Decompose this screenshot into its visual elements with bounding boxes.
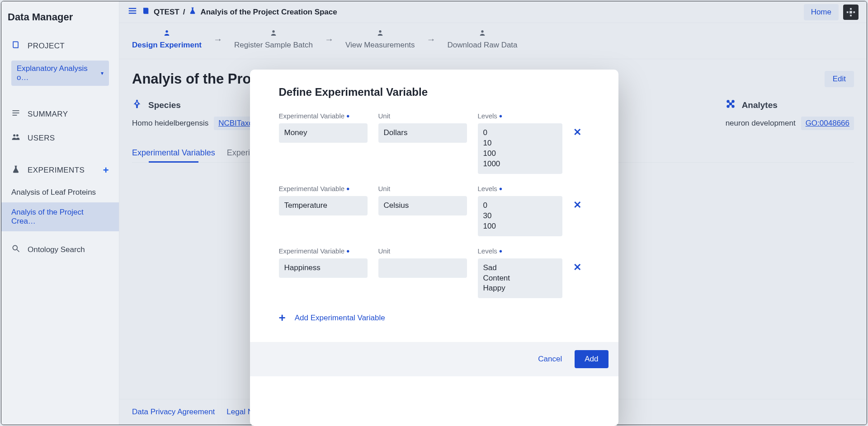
variable-levels-input[interactable]: 0 10 100 1000 — [478, 123, 562, 174]
svg-rect-12 — [854, 11, 855, 13]
unit-label: Unit — [378, 185, 467, 192]
wizard-steps: Design Experiment → Register Sample Batc… — [119, 23, 867, 59]
variable-unit-input[interactable] — [378, 196, 467, 215]
person-walk-icon — [132, 99, 142, 111]
variable-unit-input[interactable] — [378, 123, 467, 143]
breadcrumb-experiment[interactable]: Analyis of the Project Creation Space — [200, 8, 337, 17]
variable-label: Experimental Variable • — [279, 247, 368, 255]
svg-rect-0 — [13, 110, 19, 111]
add-experiment-button[interactable]: + — [103, 164, 109, 176]
svg-point-18 — [481, 30, 483, 33]
unit-label: Unit — [378, 247, 467, 255]
variable-name-input[interactable] — [279, 196, 368, 215]
svg-rect-8 — [129, 10, 137, 11]
chevron-down-icon: ▾ — [101, 70, 104, 76]
nav-users-label: USERS — [28, 134, 55, 143]
plus-icon: + — [279, 311, 286, 325]
analytes-icon — [726, 99, 736, 111]
experiment-item-1[interactable]: Analyis of the Project Crea… — [1, 202, 119, 231]
variable-label: Experimental Variable • — [279, 185, 368, 192]
wizard-step-design[interactable]: Design Experiment — [132, 29, 202, 50]
wizard-step-label: Download Raw Data — [448, 41, 518, 50]
wizard-step-label: View Measurements — [345, 41, 415, 50]
experiment-item-label: Analysis of Leaf Proteins — [11, 188, 96, 197]
wizard-step-register[interactable]: Register Sample Batch — [234, 29, 313, 50]
flask-icon — [11, 165, 21, 176]
levels-label: Levels • — [478, 112, 562, 120]
menu-toggle-icon[interactable] — [127, 6, 137, 18]
variable-name-input[interactable] — [279, 258, 368, 278]
variable-row-1: Experimental Variable • Unit Levels • 0 … — [279, 185, 590, 236]
nav-ontology-search[interactable]: Ontology Search — [1, 239, 119, 261]
footer-link-privacy[interactable]: Data Privacy Agreement — [132, 407, 215, 417]
species-heading: Species — [148, 100, 181, 110]
svg-rect-9 — [129, 13, 137, 14]
nav-project[interactable]: PROJECT — [1, 34, 119, 58]
arrow-right-icon: → — [210, 34, 226, 45]
project-selector[interactable]: Explanatory Analysis o… ▾ — [11, 61, 109, 86]
variable-levels-input[interactable]: Sad Content Happy — [478, 258, 562, 299]
arrow-right-icon: → — [321, 34, 337, 45]
variable-unit-input[interactable] — [378, 258, 467, 278]
species-value: Homo heidelbergensis — [132, 119, 208, 128]
arrow-right-icon: → — [423, 34, 439, 45]
svg-point-3 — [13, 134, 15, 136]
breadcrumb-project[interactable]: QTEST — [154, 8, 179, 17]
svg-line-25 — [729, 102, 730, 103]
remove-variable-button[interactable]: ✕ — [573, 199, 590, 211]
search-icon — [11, 244, 21, 255]
svg-point-4 — [16, 134, 19, 136]
summary-icon — [11, 108, 21, 120]
nav-users[interactable]: USERS — [1, 126, 119, 150]
wizard-step-view[interactable]: View Measurements — [345, 29, 415, 50]
analytes-heading: Analytes — [742, 100, 778, 110]
person-icon — [270, 29, 277, 39]
variable-row-2: Experimental Variable • Unit Levels • Sa… — [279, 247, 590, 299]
nav-project-label: PROJECT — [28, 42, 65, 51]
analytes-block: Analytes neuron development GO:0048666 — [726, 99, 854, 130]
svg-point-5 — [13, 245, 17, 250]
svg-rect-7 — [129, 8, 137, 9]
nav-summary[interactable]: SUMMARY — [1, 102, 119, 126]
wizard-step-label: Design Experiment — [132, 41, 202, 50]
app-title: Data Manager — [1, 1, 119, 32]
person-icon — [163, 29, 170, 39]
close-icon: ✕ — [573, 199, 581, 211]
add-button[interactable]: Add — [575, 350, 608, 368]
modal-title: Define Experimental Variable — [279, 86, 590, 98]
remove-variable-button[interactable]: ✕ — [573, 262, 590, 273]
edit-button[interactable]: Edit — [825, 71, 854, 87]
close-icon: ✕ — [573, 262, 581, 273]
svg-point-15 — [165, 30, 168, 33]
analytes-value: neuron development — [726, 119, 796, 128]
remove-variable-button[interactable]: ✕ — [573, 126, 590, 138]
home-button[interactable]: Home — [804, 4, 839, 20]
wizard-step-download[interactable]: Download Raw Data — [448, 29, 518, 50]
topbar: QTEST / Analyis of the Project Creation … — [119, 1, 867, 23]
add-variable-button[interactable]: + Add Experimental Variable — [279, 309, 590, 333]
book-icon — [11, 40, 21, 51]
svg-rect-10 — [850, 8, 852, 9]
experiment-item-0[interactable]: Analysis of Leaf Proteins — [1, 183, 119, 202]
nav-experiments[interactable]: EXPERIMENTS + — [1, 158, 119, 183]
person-icon — [479, 29, 486, 39]
svg-line-6 — [17, 250, 19, 252]
wizard-step-label: Register Sample Batch — [234, 41, 313, 50]
levels-label: Levels • — [478, 247, 562, 255]
add-variable-label: Add Experimental Variable — [295, 314, 385, 323]
svg-point-19 — [136, 100, 138, 102]
cancel-button[interactable]: Cancel — [533, 350, 567, 368]
analytes-ontology-link[interactable]: GO:0048666 — [801, 117, 854, 130]
variable-row-0: Experimental Variable • Unit Levels • 0 … — [279, 112, 590, 174]
tab-experimental-variables[interactable]: Experimental Variables — [132, 144, 215, 162]
modal-footer: Cancel Add — [250, 342, 618, 376]
levels-label: Levels • — [478, 185, 562, 192]
variable-levels-input[interactable]: 0 30 100 — [478, 196, 562, 236]
svg-line-28 — [731, 104, 732, 106]
define-variable-modal: Define Experimental Variable Experimenta… — [250, 70, 618, 426]
breadcrumb-sep: / — [183, 8, 185, 17]
variable-label: Experimental Variable • — [279, 112, 368, 120]
avatar[interactable] — [843, 5, 859, 20]
variable-name-input[interactable] — [279, 123, 368, 143]
svg-rect-1 — [13, 112, 19, 113]
